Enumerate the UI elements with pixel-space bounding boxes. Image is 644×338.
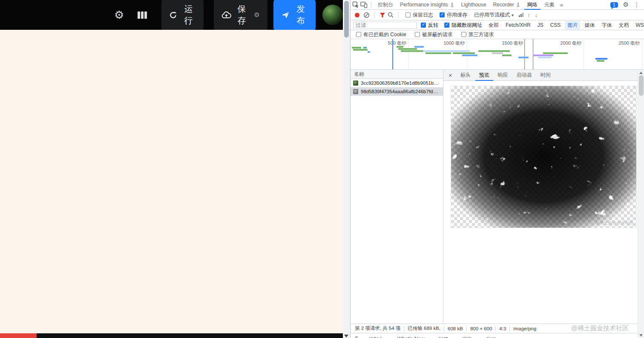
- checkbox-checked: [440, 12, 445, 17]
- filter-chip-media[interactable]: 媒体: [582, 21, 597, 30]
- editor-console-bar[interactable]: [0, 333, 343, 338]
- detail-tab-timing[interactable]: 时间: [537, 69, 555, 81]
- blocked-requests-checkbox[interactable]: 被屏蔽的请求: [415, 31, 453, 38]
- blocked-requests-label: 被屏蔽的请求: [422, 31, 453, 38]
- tab-console[interactable]: 控制台: [375, 0, 396, 10]
- scroll-up-arrow-icon[interactable]: [639, 72, 643, 74]
- detail-tab-initiator[interactable]: 启动器: [513, 69, 536, 81]
- disable-cache-checkbox[interactable]: 停用缓存: [440, 11, 467, 19]
- tab-network[interactable]: 网络: [524, 0, 540, 10]
- devtools-settings-gear-icon[interactable]: ⚙: [623, 1, 629, 9]
- filter-input[interactable]: [353, 22, 417, 29]
- drawer-tab-rendering[interactable]: 渲染: [459, 335, 475, 338]
- site-watermark: @稀土掘金技术社区: [571, 324, 629, 332]
- save-button[interactable]: 保存 ⚙: [214, 0, 267, 31]
- import-har-icon[interactable]: ↑: [526, 12, 532, 18]
- request-name: 98d5839f47354aaa86afb246b7fd9ea…: [361, 89, 440, 94]
- network-main: 名称 3cc923506359b8170e1d8b9051bb2… 98d583…: [351, 70, 644, 324]
- drawer-tab-console[interactable]: 控制台: [365, 335, 387, 338]
- editor-settings-gear-icon[interactable]: ⚙: [114, 9, 124, 20]
- checkbox-checked: [444, 23, 449, 28]
- editor-preview-pane: ⚙ 运行 保存 ⚙ 发布: [0, 0, 343, 338]
- third-party-label: 第三方请求: [469, 31, 494, 38]
- filter-chip-doc[interactable]: 文档: [616, 21, 631, 30]
- scroll-down-arrow-icon[interactable]: [639, 334, 643, 337]
- network-controls: 保留日志 停用缓存 已停用节流模式 ▾ ↑ ↓: [351, 10, 644, 20]
- filter-chip-img[interactable]: 图片: [565, 21, 580, 30]
- request-row[interactable]: 3cc923506359b8170e1d8b9051bb2…: [351, 79, 443, 87]
- disable-cache-label: 停用缓存: [447, 11, 467, 19]
- image-dimensions: 800 × 600: [470, 326, 492, 331]
- search-icon[interactable]: [388, 12, 394, 18]
- console-tab-chip[interactable]: [0, 333, 37, 338]
- save-settings-gear-icon[interactable]: ⚙: [254, 11, 259, 19]
- detail-tab-preview[interactable]: 预览: [475, 69, 493, 81]
- checkbox-unchecked: [415, 32, 420, 37]
- experiment-flask-icon: [450, 3, 454, 7]
- drawer-tab-whats-new[interactable]: What's New: [394, 335, 428, 338]
- stamp-text: HELLO WORLD: [54, 166, 316, 243]
- divider: [371, 2, 371, 8]
- drawer-menu-icon[interactable]: ≡: [355, 335, 358, 338]
- blocked-cookies-checkbox[interactable]: 有已拦截的 Cookie: [356, 31, 406, 38]
- transferred-summary: 已传输 689 kB,: [408, 325, 440, 332]
- scroll-down-arrow-icon[interactable]: [344, 335, 348, 338]
- inspect-element-icon[interactable]: [352, 1, 359, 9]
- publish-button[interactable]: 发布: [273, 0, 316, 31]
- hide-data-urls-label: 隐藏数据网址: [451, 22, 482, 29]
- divider: [509, 326, 510, 331]
- export-har-icon[interactable]: ↓: [534, 12, 539, 18]
- filter-chip-all[interactable]: 全部: [486, 21, 501, 30]
- devtools-panel: 控制台 Performance insights Lighthouse Reco…: [350, 0, 644, 338]
- page-scrollbar[interactable]: [343, 0, 350, 338]
- detail-tab-response[interactable]: 响应: [494, 69, 512, 81]
- tab-lighthouse[interactable]: Lighthouse: [458, 0, 489, 9]
- drawer-tab-issues[interactable]: 问题: [435, 335, 451, 338]
- filter-funnel-icon[interactable]: [380, 12, 385, 18]
- invert-filter-checkbox[interactable]: 反转: [421, 22, 438, 29]
- throttling-select[interactable]: 已停用节流模式 ▾: [474, 11, 514, 19]
- preview-body: @稀土掘金技术社区: [443, 81, 644, 324]
- close-detail-icon[interactable]: ×: [445, 72, 456, 79]
- devtools-more-menu-icon[interactable]: ⋮: [634, 1, 640, 8]
- record-network-log-button[interactable]: [355, 13, 359, 17]
- overview-canvas: [351, 39, 644, 69]
- editor-toolbar: ⚙ 运行 保存 ⚙ 发布: [0, 0, 343, 30]
- stamp-right-bracket: [316, 152, 342, 216]
- tab-elements-label: 元素: [544, 1, 555, 9]
- page-scrollbar-thumb[interactable]: [344, 1, 349, 37]
- issues-badge[interactable]: 1: [610, 2, 618, 8]
- preserve-log-checkbox[interactable]: 保留日志: [405, 11, 433, 19]
- paper-plane-icon: [281, 11, 290, 19]
- run-button[interactable]: 运行: [161, 0, 203, 31]
- filter-chip-css[interactable]: CSS: [548, 21, 564, 29]
- third-party-checkbox[interactable]: 第三方请求: [461, 31, 494, 38]
- device-toolbar-icon[interactable]: [360, 2, 368, 8]
- request-count-summary: 第 2 项请求, 共 54 项: [355, 325, 400, 332]
- devtools-scrollbar-thumb[interactable]: [639, 75, 644, 96]
- user-avatar[interactable]: [322, 5, 343, 25]
- request-list-header[interactable]: 名称: [351, 70, 443, 79]
- request-row-selected[interactable]: 98d5839f47354aaa86afb246b7fd9ea…: [351, 87, 443, 96]
- network-overview[interactable]: 500 毫秒 1000 毫秒 1500 毫秒 2000 毫秒 2500 毫秒: [351, 39, 644, 70]
- tab-overflow-chevron[interactable]: »: [558, 0, 565, 9]
- filter-chip-font[interactable]: 字体: [599, 21, 614, 30]
- filter-chip-js[interactable]: JS: [535, 21, 546, 29]
- throttling-value: 已停用节流模式: [474, 11, 510, 19]
- hide-data-urls-checkbox[interactable]: 隐藏数据网址: [444, 22, 482, 29]
- filter-chip-fetch-xhr[interactable]: Fetch/XHR: [503, 21, 533, 29]
- detail-tab-headers[interactable]: 标头: [457, 69, 474, 81]
- clear-network-log-icon[interactable]: [363, 12, 370, 18]
- tab-recorder-label: Recorder: [493, 2, 514, 8]
- tab-performance-insights[interactable]: Performance insights: [397, 0, 457, 9]
- tab-elements[interactable]: 元素: [541, 0, 558, 10]
- divider: [404, 326, 404, 331]
- devtools-scrollbar[interactable]: [638, 70, 644, 338]
- network-conditions-icon[interactable]: [518, 12, 524, 17]
- tab-recorder[interactable]: Recorder: [490, 0, 523, 9]
- divider: [495, 326, 496, 331]
- drawer-tab-animations[interactable]: 动画: [483, 335, 499, 338]
- filter-chip-ws[interactable]: WS: [633, 21, 644, 29]
- request-detail-pane: × 标头 预览 响应 启动器 时间: [443, 70, 644, 324]
- layout-switch-icon[interactable]: [138, 11, 147, 19]
